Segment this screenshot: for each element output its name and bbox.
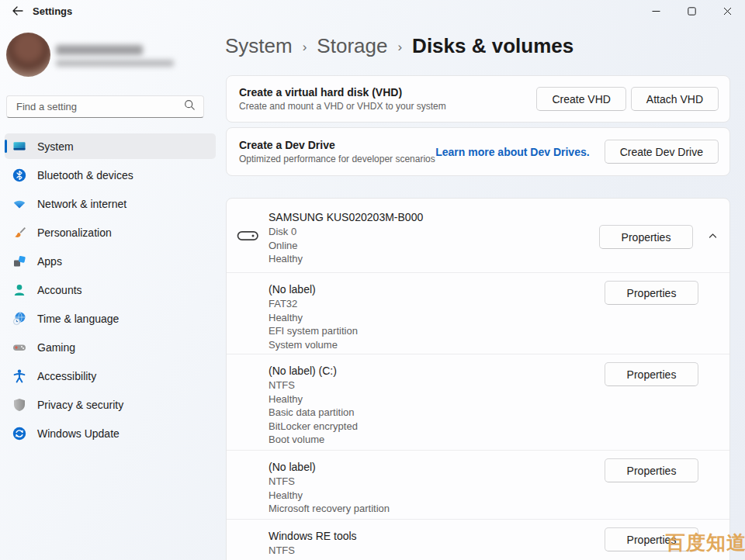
dev-drive-card-subtitle: Optimized performance for developer scen… (239, 154, 435, 164)
disk-properties-button[interactable]: Properties (599, 225, 693, 249)
sidebar-item-label: Gaming (37, 341, 75, 354)
dev-drive-card: Create a Dev Drive Optimized performance… (226, 127, 730, 176)
apps-icon (12, 254, 27, 269)
person-icon (12, 282, 27, 298)
chevron-up-icon (708, 231, 718, 244)
volume-detail: Basic data partition (269, 406, 605, 420)
volume-detail: Microsoft recovery partition (269, 502, 605, 516)
sidebar-item-label: Accessibility (37, 370, 96, 382)
breadcrumb-storage[interactable]: Storage (317, 34, 387, 58)
app-title: Settings (33, 0, 72, 23)
volume-detail: Boot volume (269, 433, 605, 447)
breadcrumb: System › Storage › Disks & volumes (225, 34, 573, 58)
volume-row: Windows RE tools NTFS Healthy Properties (227, 519, 729, 560)
minimize-icon (652, 6, 660, 18)
volume-properties-button[interactable]: Properties (605, 362, 698, 386)
volume-detail: NTFS (269, 379, 605, 392)
disk-detail: Online (269, 239, 599, 253)
search-box[interactable] (6, 95, 204, 118)
volume-title: (No label) (269, 460, 605, 475)
sidebar: System Bluetooth & devices Network & int… (0, 23, 225, 560)
volume-detail: BitLocker encrypted (269, 420, 605, 434)
brush-icon (12, 225, 27, 240)
vhd-card-title: Create a virtual hard disk (VHD) (239, 86, 446, 99)
sidebar-item-label: Bluetooth & devices (37, 169, 133, 181)
volume-detail: System volume (269, 338, 605, 352)
page-title: Disks & volumes (412, 34, 573, 58)
minimize-button[interactable] (638, 0, 674, 23)
dev-drive-learn-more-link[interactable]: Learn more about Dev Drives. (435, 146, 589, 158)
sidebar-item-accounts[interactable]: Accounts (5, 277, 216, 302)
disk-drive-icon (237, 229, 259, 246)
maximize-icon (688, 6, 696, 18)
create-dev-drive-button[interactable]: Create Dev Drive (605, 140, 719, 164)
volume-detail: NTFS (269, 544, 605, 558)
system-icon (12, 139, 27, 154)
disk-header-row: SAMSUNG KUS020203M-B000 Disk 0 Online He… (227, 199, 729, 272)
back-button[interactable] (6, 2, 29, 21)
user-avatar[interactable] (6, 33, 50, 77)
volume-title: Windows RE tools (269, 529, 605, 544)
volume-title: (No label) (C:) (269, 364, 605, 379)
collapse-chevron-button[interactable] (706, 230, 719, 245)
vhd-card: Create a virtual hard disk (VHD) Create … (226, 75, 730, 123)
sidebar-item-label: Apps (37, 255, 62, 268)
sidebar-item-system[interactable]: System (5, 133, 216, 159)
volume-properties-button[interactable]: Properties (605, 281, 698, 305)
volume-detail: Healthy (269, 392, 605, 406)
maximize-button[interactable] (674, 0, 709, 23)
volume-row: (No label) (C:) NTFS Healthy Basic data … (227, 354, 729, 450)
dev-drive-card-title: Create a Dev Drive (239, 139, 435, 151)
sidebar-item-privacy-security[interactable]: Privacy & security (5, 392, 216, 417)
disk-list-card: SAMSUNG KUS020203M-B000 Disk 0 Online He… (226, 198, 730, 560)
attach-vhd-button[interactable]: Attach VHD (631, 87, 719, 111)
sidebar-item-label: System (37, 140, 74, 153)
sidebar-item-label: Personalization (37, 226, 112, 239)
globe-clock-icon (12, 311, 27, 327)
titlebar: Settings (0, 0, 745, 23)
sidebar-item-time-language[interactable]: Time & language (5, 306, 216, 331)
search-input[interactable] (16, 101, 184, 112)
sidebar-item-label: Time & language (37, 313, 119, 325)
disk-detail: Healthy (269, 252, 599, 266)
close-icon (723, 6, 732, 18)
disk-name: SAMSUNG KUS020203M-B000 (269, 210, 599, 225)
close-button[interactable] (709, 0, 745, 23)
volume-title: (No label) (269, 282, 605, 297)
wifi-icon (12, 196, 27, 212)
search-icon (184, 99, 196, 114)
breadcrumb-system[interactable]: System (225, 34, 293, 58)
watermark: 百度知道 (666, 530, 745, 555)
back-arrow-icon (12, 5, 24, 19)
volume-detail: Healthy (269, 558, 605, 560)
gamepad-icon (12, 340, 27, 355)
disk-detail: Disk 0 (269, 225, 599, 239)
sidebar-item-label: Network & internet (37, 198, 126, 210)
accessibility-icon (12, 368, 27, 384)
user-email-blurred (56, 60, 174, 67)
create-vhd-button[interactable]: Create VHD (536, 87, 625, 111)
bluetooth-icon (12, 168, 27, 183)
sidebar-item-network-internet[interactable]: Network & internet (5, 191, 216, 216)
sidebar-item-bluetooth-devices[interactable]: Bluetooth & devices (5, 162, 216, 188)
update-sync-icon (12, 426, 27, 441)
sidebar-item-apps[interactable]: Apps (5, 248, 216, 274)
volume-row: (No label) FAT32 Healthy EFI system part… (227, 272, 729, 354)
sidebar-item-accessibility[interactable]: Accessibility (5, 363, 216, 389)
breadcrumb-separator-icon: › (397, 40, 402, 55)
breadcrumb-separator-icon: › (303, 40, 307, 55)
sidebar-item-windows-update[interactable]: Windows Update (5, 420, 216, 446)
user-name-blurred (56, 45, 143, 55)
sidebar-item-gaming[interactable]: Gaming (5, 334, 216, 360)
volume-row: (No label) NTFS Healthy Microsoft recove… (227, 450, 729, 519)
vhd-card-subtitle: Create and mount a VHD or VHDX to your s… (239, 101, 446, 112)
volume-detail: FAT32 (269, 297, 605, 311)
settings-window: Settings (0, 0, 745, 560)
window-controls (638, 0, 745, 23)
sidebar-item-personalization[interactable]: Personalization (5, 220, 216, 245)
shield-icon (12, 397, 27, 413)
volume-detail: NTFS (269, 475, 605, 489)
sidebar-item-label: Privacy & security (37, 399, 123, 411)
volume-properties-button[interactable]: Properties (605, 458, 698, 482)
sidebar-item-label: Accounts (37, 284, 82, 296)
